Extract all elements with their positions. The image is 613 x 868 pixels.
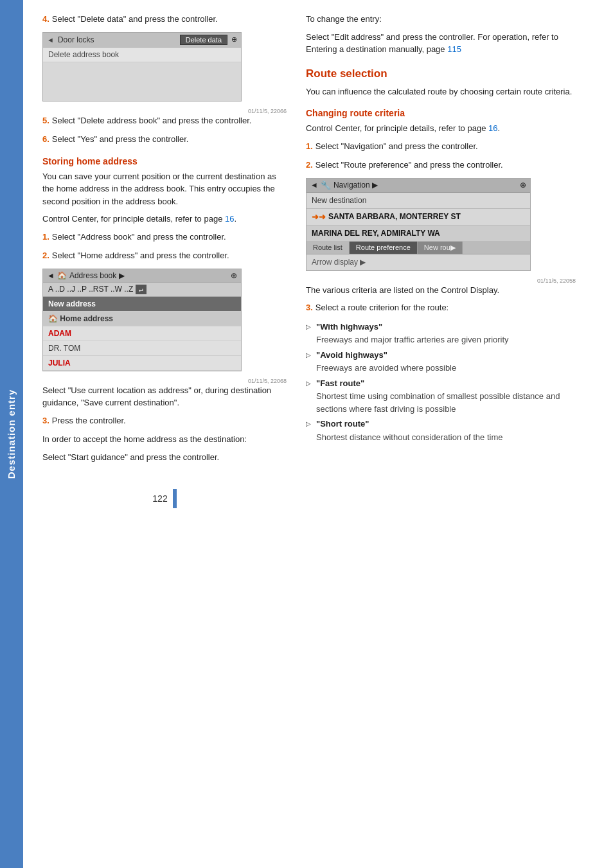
tab-route-list[interactable]: Route list	[306, 242, 350, 254]
criteria-item-0: "With highways"Freeways and major traffi…	[306, 321, 576, 346]
changing-para-link[interactable]: 16	[488, 123, 497, 133]
storing-note: Select "Use current location as address"…	[42, 384, 287, 409]
enter-icon[interactable]: ↵	[136, 285, 147, 294]
page-blue-bar	[173, 489, 177, 508]
storing-para2-link[interactable]: 16	[225, 214, 234, 224]
addr-alpha-row: A ..D ..J ..P ..RST ..W ..Z ↵	[43, 283, 241, 297]
delete-address-book-row[interactable]: Delete address book	[43, 48, 241, 62]
nav-settings-icon: 🔧	[321, 181, 331, 190]
changing-step3-text: Select a route criterion for the route:	[315, 303, 449, 312]
addr-julia-row[interactable]: JULIA	[43, 356, 241, 371]
step4-num: 4.	[42, 14, 49, 24]
nav-marina-row[interactable]: MARINA DEL REY, ADMIRALTY WA	[306, 226, 530, 242]
changing-para-prefix: Control Center, for principle details, r…	[306, 123, 488, 133]
nav-widget-header: ◄ 🔧 Navigation ▶ ⊕	[306, 179, 530, 193]
addr-header: ◄ 🏠 Address book ▶ ⊕	[43, 269, 241, 283]
nav-header-icon: ⊕	[520, 181, 526, 190]
changing-heading: Changing route criteria	[306, 108, 576, 118]
to-change-text: To change the entry:	[306, 14, 382, 24]
nav-arrow-display-row[interactable]: Arrow display ▶	[306, 254, 530, 270]
tab-route-preference[interactable]: Route preference	[350, 242, 418, 254]
widget1-empty-space	[43, 62, 241, 101]
double-arrow-icon: ➜➜	[312, 212, 326, 222]
changing-para-suffix: .	[497, 123, 500, 133]
storing-para1: You can save your current position or th…	[42, 170, 287, 208]
storing-step-2: 2.Select "Home address" and press the co…	[42, 249, 287, 262]
route-selection-heading: Route selection	[306, 67, 576, 80]
addr-new-row[interactable]: New address	[43, 297, 241, 312]
storing-para2-prefix: Control Center, for principle details, r…	[42, 214, 225, 224]
right-column: To change the entry: Select "Edit addres…	[306, 13, 576, 508]
criteria-list: "With highways"Freeways and major traffi…	[306, 321, 576, 444]
to-change-link[interactable]: 115	[447, 44, 461, 54]
storing-step3-num: 3.	[42, 416, 49, 425]
criteria-desc-3: Shortest distance without consideration …	[316, 431, 576, 444]
tab-new-route[interactable]: New rou▶	[418, 242, 463, 254]
to-change-label: To change the entry:	[306, 13, 576, 26]
addr-header-icon: ⊕	[231, 271, 237, 280]
criteria-desc-0: Freeways and major traffic arteries are …	[316, 333, 576, 346]
criteria-desc-2: Shortest time using combination of small…	[316, 390, 576, 415]
storing-para2-suffix: .	[234, 214, 236, 224]
changing-step1-text: Select "Navigation" and press the contro…	[315, 141, 478, 151]
addr-home-row[interactable]: 🏠 Home address	[43, 312, 241, 326]
to-change-para: Select "Edit address" and press the cont…	[306, 31, 576, 56]
delete-data-widget: ◄ Door locks Delete data ⊕ Delete addres…	[42, 32, 242, 102]
step5-text: Select "Delete address book" and press t…	[52, 116, 252, 125]
storing-para2: Control Center, for principle details, r…	[42, 213, 287, 226]
addr-home-icon: 🏠	[57, 271, 67, 280]
storing-para3: In order to accept the home address as t…	[42, 433, 287, 446]
changing-para: Control Center, for principle details, r…	[306, 122, 576, 135]
nav-widget-tabs: Route list Route preference New rou▶	[306, 242, 530, 254]
page-number: 122	[152, 493, 167, 504]
widget1-header: ◄ Door locks Delete data ⊕	[43, 33, 241, 48]
changing-note: The various criteria are listed on the C…	[306, 284, 576, 297]
storing-heading: Storing home address	[42, 156, 287, 166]
storing-para4: Select "Start guidance" and press the co…	[42, 451, 287, 464]
route-para: You can influence the calculated route b…	[306, 85, 576, 98]
changing-step1-num: 1.	[306, 141, 313, 151]
addr-alpha-text: A ..D ..J ..P ..RST ..W ..Z	[48, 285, 133, 294]
img-note-3: 01/11/5, 22058	[306, 278, 576, 284]
widget1-title: Door locks	[58, 35, 180, 44]
criteria-label-3: "Short route"	[316, 419, 369, 429]
addr-back-arrow[interactable]: ◄	[47, 271, 55, 280]
step-6: 6.Select "Yes" and press the controller.	[42, 133, 287, 146]
criteria-item-2: "Fast route"Shortest time using combinat…	[306, 377, 576, 416]
storing-step2-text: Select "Home address" and press the cont…	[52, 251, 229, 260]
page-number-area: 122	[42, 489, 287, 508]
left-column: 4.Select "Delete data" and press the con…	[42, 13, 287, 508]
criteria-label-2: "Fast route"	[316, 378, 364, 388]
widget1-icon: ⊕	[231, 35, 237, 44]
criteria-desc-1: Freeways are avoided where possible	[316, 362, 576, 375]
changing-step2-num: 2.	[306, 160, 313, 170]
nav-new-dest-row[interactable]: New destination	[306, 193, 530, 209]
storing-step2-num: 2.	[42, 251, 49, 260]
criteria-item-3: "Short route"Shortest distance without c…	[306, 418, 576, 443]
criteria-item-1: "Avoid highways"Freeways are avoided whe…	[306, 349, 576, 375]
storing-step-3: 3.Press the controller.	[42, 414, 287, 427]
changing-step3-num: 3.	[306, 303, 313, 312]
criteria-label-1: "Avoid highways"	[316, 350, 387, 360]
addr-adam-row[interactable]: ADAM	[43, 326, 241, 341]
address-book-widget: ◄ 🏠 Address book ▶ ⊕ A ..D ..J ..P ..RST…	[42, 269, 242, 371]
nav-title: Navigation ▶	[333, 181, 520, 190]
storing-step1-num: 1.	[42, 232, 49, 242]
step4-text: Select "Delete data" and press the contr…	[52, 14, 218, 24]
addr-title: Address book ▶	[69, 271, 231, 280]
step6-num: 6.	[42, 134, 49, 144]
changing-step-3: 3.Select a route criterion for the route…	[306, 301, 576, 314]
back-arrow-icon[interactable]: ◄	[47, 36, 54, 44]
step5-num: 5.	[42, 116, 49, 125]
delete-data-button[interactable]: Delete data	[180, 35, 227, 45]
nav-back-arrow[interactable]: ◄	[310, 181, 318, 190]
img-note-1: 01/11/5, 22066	[42, 108, 287, 114]
changing-step2-text: Select "Route preference" and press the …	[315, 160, 503, 170]
step-5: 5.Select "Delete address book" and press…	[42, 114, 287, 127]
img-note-2: 01/11/5, 22068	[42, 378, 287, 384]
sidebar: Destination entry	[0, 0, 23, 868]
storing-step1-text: Select "Address book" and press the cont…	[52, 232, 226, 242]
addr-dr-tom-row[interactable]: DR. TOM	[43, 341, 241, 356]
to-change-para-text: Select "Edit address" and press the cont…	[306, 32, 558, 55]
nav-santa-text: SANTA BARBARA, MONTERREY ST	[328, 212, 461, 221]
